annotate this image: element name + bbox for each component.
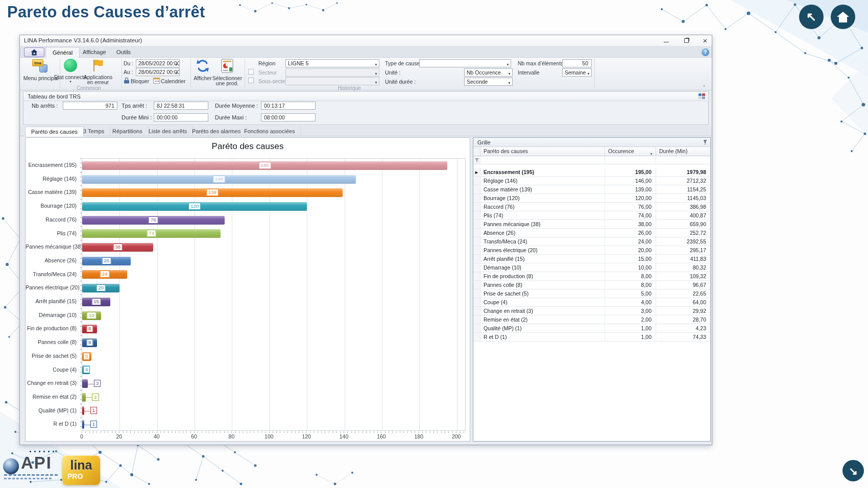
calendrier-button[interactable]: Calendrier — [161, 78, 185, 84]
bloquer-button[interactable]: Bloquer — [131, 78, 149, 84]
cell-occurence[interactable]: 38,00 — [605, 220, 656, 228]
chevron-down-icon[interactable]: ▼ — [587, 70, 590, 77]
filter-cell-cause[interactable] — [480, 156, 605, 164]
chevron-down-icon[interactable]: ▼ — [506, 61, 510, 67]
close-button[interactable]: × — [698, 35, 712, 46]
ribbon-home-button[interactable] — [24, 47, 44, 57]
cell-cause[interactable]: Qualité (MP) (1) — [480, 324, 605, 332]
cell-occurence[interactable]: 139,00 — [605, 185, 656, 193]
cell-cause[interactable]: Pannes mécanique (38) — [480, 220, 605, 228]
filter-cell-duree[interactable] — [656, 156, 710, 164]
grid-row[interactable]: Pannes mécanique (38)38,00659,90 — [473, 220, 710, 229]
cell-occurence[interactable]: 15,00 — [605, 255, 656, 263]
cell-cause[interactable]: Transfo/Meca (24) — [480, 237, 605, 246]
grid-row[interactable]: Transfo/Meca (24)24,002392,55 — [473, 237, 710, 246]
restore-button[interactable] — [679, 35, 693, 46]
grid-row[interactable]: Réglage (146)146,002712,32 — [473, 177, 710, 185]
cell-duree[interactable]: 659,90 — [656, 220, 710, 228]
chevron-down-icon[interactable]: ▼ — [508, 70, 511, 77]
grid-row[interactable]: Arrêt planifié (15)15,00411,83 — [473, 255, 710, 263]
cell-duree[interactable]: 1154,25 — [656, 185, 710, 193]
cell-occurence[interactable]: 1,00 — [605, 324, 656, 332]
error-flag-icon[interactable] — [92, 59, 104, 72]
unite-duree-combo[interactable]: Seconde▼ — [464, 78, 513, 86]
grid-row[interactable]: Casse matière (139)139,001154,25 — [473, 185, 710, 194]
region-combo[interactable]: LIGNE 5▼ — [285, 59, 379, 67]
cell-occurence[interactable]: 8,00 — [605, 272, 656, 280]
tab-pareto-des-alarmes[interactable]: Paréto des alarmes — [186, 127, 247, 136]
cell-cause[interactable]: Fin de production (8) — [480, 272, 605, 280]
grid-row[interactable]: Pannes électrique (20)20,00295,17 — [473, 246, 710, 255]
column-header-occurence[interactable]: Occurence▼ — [605, 147, 656, 156]
cell-duree[interactable]: 4,23 — [656, 324, 710, 332]
cell-duree[interactable]: 1979,98 — [656, 168, 710, 176]
apps-erreur-label-2[interactable]: en erreur — [78, 79, 118, 85]
cell-cause[interactable]: Remise en état (2) — [480, 315, 605, 324]
cell-duree[interactable]: 74,33 — [656, 333, 710, 341]
chevron-down-icon[interactable]: ▼ — [69, 80, 72, 83]
cell-duree[interactable]: 386,98 — [656, 203, 710, 211]
cell-cause[interactable]: Bourrage (120) — [480, 194, 605, 202]
grid-row[interactable]: Pannes colle (8)8,0096,67 — [473, 281, 710, 289]
nav-down-right-button[interactable]: ↘ — [842, 460, 864, 481]
secteur-checkbox[interactable] — [248, 69, 254, 75]
cell-duree[interactable]: 80,32 — [656, 263, 710, 272]
pin-icon[interactable] — [702, 139, 708, 145]
cell-duree[interactable]: 96,67 — [656, 281, 710, 289]
cell-occurence[interactable]: 3,00 — [605, 307, 656, 315]
chevron-down-icon[interactable]: ▼ — [175, 61, 178, 67]
nav-home-button[interactable] — [831, 5, 855, 29]
grid-row[interactable]: Fin de production (8)8,00109,32 — [473, 272, 710, 281]
grid-row[interactable]: Remise en état (2)2,0028,70 — [473, 315, 710, 324]
connected-status-icon[interactable] — [64, 59, 77, 72]
grid-row[interactable]: Coupe (4)4,0064,00 — [473, 298, 710, 307]
unite-combo[interactable]: Nb Occurence▼ — [464, 68, 513, 77]
column-header-cause[interactable]: Paréto des causes — [480, 147, 605, 156]
cell-occurence[interactable]: 10,00 — [605, 263, 656, 272]
cell-cause[interactable]: Absence (26) — [480, 229, 605, 237]
cell-occurence[interactable]: 74,00 — [605, 211, 656, 219]
cell-duree[interactable]: 2392,55 — [656, 237, 710, 246]
ribbon-collapse-button[interactable]: ^ — [703, 84, 705, 89]
chevron-down-icon[interactable]: ▼ — [175, 70, 178, 76]
cell-cause[interactable]: Pannes colle (8) — [480, 281, 605, 289]
dashboard-options-icon[interactable] — [698, 93, 705, 99]
chart-bar[interactable] — [82, 379, 88, 388]
select-production-icon[interactable] — [220, 58, 235, 74]
menu-principal-icon[interactable]: lina — [32, 59, 47, 72]
sous-secteur-checkbox[interactable] — [248, 78, 254, 83]
cell-occurence[interactable]: 20,00 — [605, 246, 656, 254]
duree-mini-field[interactable]: 00:00:00 — [154, 113, 208, 121]
nav-up-left-button[interactable]: ↖ — [799, 5, 824, 29]
minimize-button[interactable] — [659, 35, 673, 46]
chevron-down-icon[interactable]: ▼ — [374, 61, 378, 67]
cell-occurence[interactable]: 1,00 — [605, 333, 656, 341]
du-date-field[interactable]: 28/05/2022 00:00:00▼ — [136, 59, 180, 67]
cell-cause[interactable]: Encrassement (195) — [480, 168, 605, 176]
tps-arret-field[interactable]: 8J 22:58:31 — [154, 102, 208, 110]
grid-row[interactable]: Plis (74)74,00400,87 — [473, 211, 710, 220]
au-date-field[interactable]: 28/06/2022 00:00:00▼ — [136, 68, 180, 76]
column-header-duree[interactable]: Durée (Min) — [656, 147, 710, 156]
grid-row[interactable]: Qualité (MP) (1)1,004,23 — [473, 324, 710, 333]
cell-cause[interactable]: Démarrage (10) — [480, 263, 605, 272]
cell-duree[interactable]: 29,92 — [656, 307, 710, 315]
cell-cause[interactable]: Casse matière (139) — [480, 185, 605, 193]
ribbon-tab-outils[interactable]: Outils — [110, 47, 137, 58]
cell-occurence[interactable]: 4,00 — [605, 298, 656, 306]
cell-occurence[interactable]: 120,00 — [605, 194, 656, 202]
cell-occurence[interactable]: 76,00 — [605, 203, 656, 211]
cell-occurence[interactable]: 24,00 — [605, 237, 656, 246]
cell-occurence[interactable]: 8,00 — [605, 281, 656, 289]
chevron-down-icon[interactable]: ▼ — [508, 80, 511, 86]
cell-cause[interactable]: Arrêt planifié (15) — [480, 255, 605, 263]
cell-cause[interactable]: Prise de sachet (5) — [480, 289, 605, 298]
help-button[interactable]: ? — [702, 48, 709, 56]
duree-moyenne-field[interactable]: 00:13:17 — [261, 102, 316, 110]
cell-cause[interactable]: Change en retrait (3) — [480, 307, 605, 315]
cell-duree[interactable]: 28,70 — [656, 315, 710, 324]
nb-arrets-field[interactable]: 971 — [63, 102, 117, 110]
tab-repartitions[interactable]: Répartitions — [107, 127, 149, 136]
grid-row[interactable]: R et D (1)1,0074,33 — [473, 333, 710, 341]
ribbon-tab-affichage[interactable]: Affichage — [76, 47, 113, 58]
